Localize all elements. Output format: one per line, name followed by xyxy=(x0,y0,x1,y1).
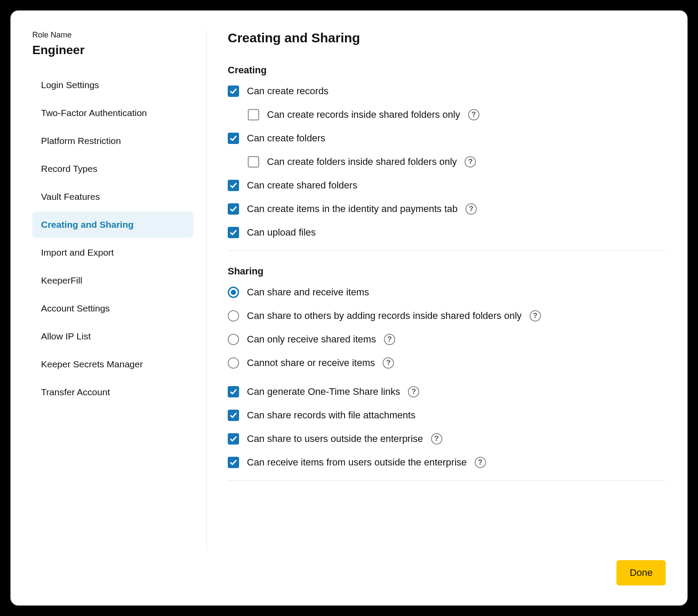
option-identity-payments: Can create items in the identity and pay… xyxy=(228,203,666,215)
settings-dialog: Role Name Engineer Login Settings Two-Fa… xyxy=(10,10,688,606)
nav-item-vault-features[interactable]: Vault Features xyxy=(32,184,193,210)
help-icon[interactable]: ? xyxy=(383,357,394,369)
nav-item-two-factor[interactable]: Two-Factor Authentication xyxy=(32,100,193,126)
section-heading-creating: Creating xyxy=(228,65,666,76)
label-one-time-share: Can generate One-Time Share links xyxy=(247,386,400,397)
section-divider xyxy=(228,480,666,481)
label-folders-shared-only: Can create folders inside shared folders… xyxy=(267,156,457,168)
help-icon[interactable]: ? xyxy=(431,433,442,445)
label-share-attachments: Can share records with file attachments xyxy=(247,410,415,421)
label-share-receive: Can share and receive items xyxy=(247,287,369,298)
nav-item-import-export[interactable]: Import and Export xyxy=(32,240,193,266)
checkbox-can-create-shared-folders[interactable] xyxy=(228,180,239,191)
nav-item-secrets-manager[interactable]: Keeper Secrets Manager xyxy=(32,351,193,377)
option-records-shared-only: Can create records inside shared folders… xyxy=(248,109,666,120)
option-can-create-folders: Can create folders xyxy=(228,133,666,144)
checkbox-share-outside[interactable] xyxy=(228,433,239,445)
checkbox-identity-payments[interactable] xyxy=(228,203,239,215)
option-can-create-records: Can create records xyxy=(228,86,666,97)
role-name-label: Role Name xyxy=(32,31,193,40)
label-can-create-records: Can create records xyxy=(247,86,328,97)
option-one-time-share: Can generate One-Time Share links ? xyxy=(228,386,666,397)
nav-item-login-settings[interactable]: Login Settings xyxy=(32,72,193,98)
label-only-receive: Can only receive shared items xyxy=(247,334,376,345)
done-button[interactable]: Done xyxy=(616,560,666,585)
option-share-shared-folders-only: Can share to others by adding records in… xyxy=(228,310,666,322)
help-icon[interactable]: ? xyxy=(475,457,486,468)
radio-cannot-share-receive[interactable] xyxy=(228,357,239,369)
page-title: Creating and Sharing xyxy=(228,31,666,45)
option-cannot-share-receive: Cannot share or receive items ? xyxy=(228,357,666,369)
nav-item-creating-sharing[interactable]: Creating and Sharing xyxy=(32,212,193,238)
checkbox-share-attachments[interactable] xyxy=(228,410,239,421)
help-icon[interactable]: ? xyxy=(384,334,395,345)
label-can-create-folders: Can create folders xyxy=(247,133,325,144)
option-can-upload-files: Can upload files xyxy=(228,227,666,238)
help-icon[interactable]: ? xyxy=(468,109,479,120)
nav-item-record-types[interactable]: Record Types xyxy=(32,156,193,182)
help-icon[interactable]: ? xyxy=(465,156,476,168)
nav-item-transfer-account[interactable]: Transfer Account xyxy=(32,379,193,405)
checkbox-one-time-share[interactable] xyxy=(228,386,239,397)
radio-share-receive[interactable] xyxy=(228,287,239,298)
label-can-upload-files: Can upload files xyxy=(247,227,316,238)
nav-list: Login Settings Two-Factor Authentication… xyxy=(32,72,193,405)
dialog-footer: Done xyxy=(32,550,666,585)
help-icon[interactable]: ? xyxy=(408,386,419,397)
section-divider xyxy=(228,250,666,251)
option-folders-shared-only: Can create folders inside shared folders… xyxy=(248,156,666,168)
option-share-attachments: Can share records with file attachments xyxy=(228,410,666,421)
nav-item-allow-ip-list[interactable]: Allow IP List xyxy=(32,323,193,349)
sidebar: Role Name Engineer Login Settings Two-Fa… xyxy=(32,31,207,550)
content-row: Role Name Engineer Login Settings Two-Fa… xyxy=(32,31,666,550)
option-only-receive: Can only receive shared items ? xyxy=(228,334,666,345)
radio-only-receive[interactable] xyxy=(228,334,239,345)
help-icon[interactable]: ? xyxy=(530,310,541,322)
checkbox-records-shared-only[interactable] xyxy=(248,109,259,120)
checkbox-folders-shared-only[interactable] xyxy=(248,156,259,168)
checkbox-can-create-folders[interactable] xyxy=(228,133,239,144)
label-records-shared-only: Can create records inside shared folders… xyxy=(267,109,460,120)
option-share-outside: Can share to users outside the enterpris… xyxy=(228,433,666,445)
checkbox-can-create-records[interactable] xyxy=(228,86,239,97)
nav-item-account-settings[interactable]: Account Settings xyxy=(32,295,193,322)
label-share-shared-folders-only: Can share to others by adding records in… xyxy=(247,310,522,322)
label-share-outside: Can share to users outside the enterpris… xyxy=(247,433,423,445)
label-can-create-shared-folders: Can create shared folders xyxy=(247,180,357,191)
nav-item-keeperfill[interactable]: KeeperFill xyxy=(32,267,193,294)
option-receive-outside: Can receive items from users outside the… xyxy=(228,457,666,468)
nav-item-platform-restriction[interactable]: Platform Restriction xyxy=(32,128,193,154)
radio-share-shared-folders-only[interactable] xyxy=(228,310,239,322)
main-panel: Creating and Sharing Creating Can create… xyxy=(207,31,666,550)
label-identity-payments: Can create items in the identity and pay… xyxy=(247,203,458,215)
role-name: Engineer xyxy=(32,43,193,57)
option-share-receive: Can share and receive items xyxy=(228,287,666,298)
label-cannot-share-receive: Cannot share or receive items xyxy=(247,357,375,369)
section-heading-sharing: Sharing xyxy=(228,266,666,277)
checkbox-can-upload-files[interactable] xyxy=(228,227,239,238)
label-receive-outside: Can receive items from users outside the… xyxy=(247,457,467,468)
help-icon[interactable]: ? xyxy=(465,203,477,215)
checkbox-receive-outside[interactable] xyxy=(228,457,239,468)
option-can-create-shared-folders: Can create shared folders xyxy=(228,180,666,191)
